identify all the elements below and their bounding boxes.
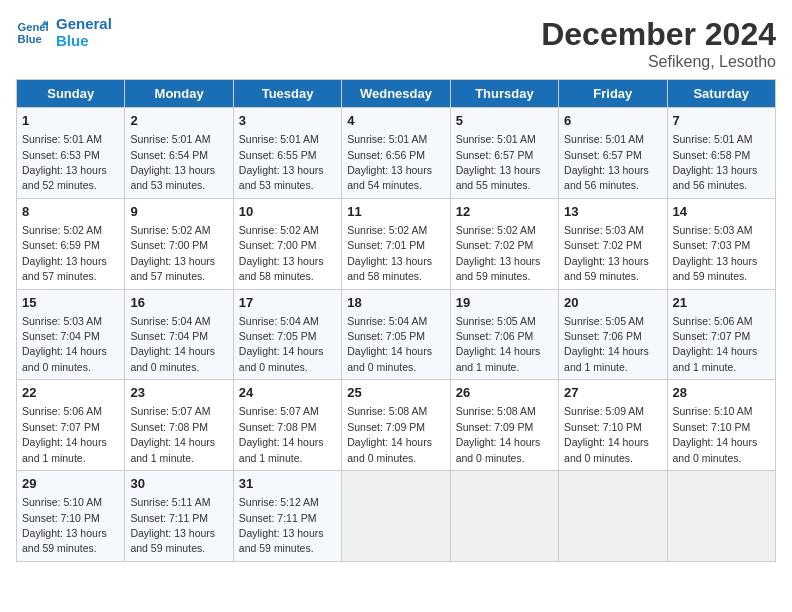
day-info: Sunrise: 5:07 AM Sunset: 7:08 PM Dayligh… (239, 405, 324, 463)
page-subtitle: Sefikeng, Lesotho (541, 53, 776, 71)
calendar-table: SundayMondayTuesdayWednesdayThursdayFrid… (16, 79, 776, 562)
day-info: Sunrise: 5:01 AM Sunset: 6:54 PM Dayligh… (130, 133, 215, 191)
calendar-cell: 29Sunrise: 5:10 AM Sunset: 7:10 PM Dayli… (17, 471, 125, 562)
day-info: Sunrise: 5:10 AM Sunset: 7:10 PM Dayligh… (22, 496, 107, 554)
day-info: Sunrise: 5:01 AM Sunset: 6:57 PM Dayligh… (456, 133, 541, 191)
day-number: 20 (564, 294, 661, 312)
day-number: 16 (130, 294, 227, 312)
day-number: 29 (22, 475, 119, 493)
calendar-cell (667, 471, 775, 562)
calendar-day-header: Wednesday (342, 80, 450, 108)
day-number: 4 (347, 112, 444, 130)
day-number: 27 (564, 384, 661, 402)
calendar-day-header: Monday (125, 80, 233, 108)
calendar-day-header: Thursday (450, 80, 558, 108)
day-number: 15 (22, 294, 119, 312)
calendar-cell: 1Sunrise: 5:01 AM Sunset: 6:53 PM Daylig… (17, 108, 125, 199)
calendar-cell: 7Sunrise: 5:01 AM Sunset: 6:58 PM Daylig… (667, 108, 775, 199)
calendar-cell: 15Sunrise: 5:03 AM Sunset: 7:04 PM Dayli… (17, 289, 125, 380)
day-info: Sunrise: 5:01 AM Sunset: 6:58 PM Dayligh… (673, 133, 758, 191)
calendar-cell: 20Sunrise: 5:05 AM Sunset: 7:06 PM Dayli… (559, 289, 667, 380)
calendar-day-header: Saturday (667, 80, 775, 108)
calendar-day-header: Tuesday (233, 80, 341, 108)
calendar-cell (559, 471, 667, 562)
calendar-cell: 30Sunrise: 5:11 AM Sunset: 7:11 PM Dayli… (125, 471, 233, 562)
calendar-cell: 17Sunrise: 5:04 AM Sunset: 7:05 PM Dayli… (233, 289, 341, 380)
day-info: Sunrise: 5:04 AM Sunset: 7:05 PM Dayligh… (239, 315, 324, 373)
day-info: Sunrise: 5:08 AM Sunset: 7:09 PM Dayligh… (456, 405, 541, 463)
day-info: Sunrise: 5:05 AM Sunset: 7:06 PM Dayligh… (456, 315, 541, 373)
day-number: 18 (347, 294, 444, 312)
day-info: Sunrise: 5:11 AM Sunset: 7:11 PM Dayligh… (130, 496, 215, 554)
calendar-week-row: 1Sunrise: 5:01 AM Sunset: 6:53 PM Daylig… (17, 108, 776, 199)
day-number: 8 (22, 203, 119, 221)
logo-line2: Blue (56, 33, 112, 50)
day-info: Sunrise: 5:01 AM Sunset: 6:57 PM Dayligh… (564, 133, 649, 191)
day-number: 26 (456, 384, 553, 402)
calendar-cell: 31Sunrise: 5:12 AM Sunset: 7:11 PM Dayli… (233, 471, 341, 562)
day-number: 21 (673, 294, 770, 312)
day-number: 5 (456, 112, 553, 130)
calendar-cell: 26Sunrise: 5:08 AM Sunset: 7:09 PM Dayli… (450, 380, 558, 471)
day-number: 10 (239, 203, 336, 221)
calendar-cell: 10Sunrise: 5:02 AM Sunset: 7:00 PM Dayli… (233, 198, 341, 289)
day-number: 13 (564, 203, 661, 221)
day-info: Sunrise: 5:12 AM Sunset: 7:11 PM Dayligh… (239, 496, 324, 554)
logo: General Blue General Blue (16, 16, 112, 49)
day-info: Sunrise: 5:02 AM Sunset: 7:00 PM Dayligh… (239, 224, 324, 282)
day-number: 6 (564, 112, 661, 130)
calendar-cell: 13Sunrise: 5:03 AM Sunset: 7:02 PM Dayli… (559, 198, 667, 289)
day-number: 2 (130, 112, 227, 130)
day-info: Sunrise: 5:04 AM Sunset: 7:05 PM Dayligh… (347, 315, 432, 373)
day-number: 31 (239, 475, 336, 493)
calendar-cell: 14Sunrise: 5:03 AM Sunset: 7:03 PM Dayli… (667, 198, 775, 289)
calendar-cell: 11Sunrise: 5:02 AM Sunset: 7:01 PM Dayli… (342, 198, 450, 289)
calendar-cell: 2Sunrise: 5:01 AM Sunset: 6:54 PM Daylig… (125, 108, 233, 199)
calendar-cell: 28Sunrise: 5:10 AM Sunset: 7:10 PM Dayli… (667, 380, 775, 471)
day-number: 14 (673, 203, 770, 221)
day-number: 1 (22, 112, 119, 130)
day-number: 22 (22, 384, 119, 402)
calendar-cell: 5Sunrise: 5:01 AM Sunset: 6:57 PM Daylig… (450, 108, 558, 199)
calendar-cell: 25Sunrise: 5:08 AM Sunset: 7:09 PM Dayli… (342, 380, 450, 471)
day-number: 19 (456, 294, 553, 312)
calendar-cell: 18Sunrise: 5:04 AM Sunset: 7:05 PM Dayli… (342, 289, 450, 380)
calendar-cell: 27Sunrise: 5:09 AM Sunset: 7:10 PM Dayli… (559, 380, 667, 471)
calendar-cell: 3Sunrise: 5:01 AM Sunset: 6:55 PM Daylig… (233, 108, 341, 199)
day-info: Sunrise: 5:02 AM Sunset: 6:59 PM Dayligh… (22, 224, 107, 282)
day-number: 30 (130, 475, 227, 493)
calendar-day-header: Sunday (17, 80, 125, 108)
calendar-cell: 19Sunrise: 5:05 AM Sunset: 7:06 PM Dayli… (450, 289, 558, 380)
calendar-cell: 21Sunrise: 5:06 AM Sunset: 7:07 PM Dayli… (667, 289, 775, 380)
day-info: Sunrise: 5:09 AM Sunset: 7:10 PM Dayligh… (564, 405, 649, 463)
day-number: 17 (239, 294, 336, 312)
day-number: 23 (130, 384, 227, 402)
header: General Blue General Blue December 2024 … (16, 16, 776, 71)
calendar-cell (342, 471, 450, 562)
day-info: Sunrise: 5:07 AM Sunset: 7:08 PM Dayligh… (130, 405, 215, 463)
day-number: 12 (456, 203, 553, 221)
day-info: Sunrise: 5:01 AM Sunset: 6:53 PM Dayligh… (22, 133, 107, 191)
calendar-week-row: 15Sunrise: 5:03 AM Sunset: 7:04 PM Dayli… (17, 289, 776, 380)
calendar-day-header: Friday (559, 80, 667, 108)
svg-text:Blue: Blue (18, 32, 42, 44)
day-info: Sunrise: 5:01 AM Sunset: 6:56 PM Dayligh… (347, 133, 432, 191)
day-info: Sunrise: 5:03 AM Sunset: 7:03 PM Dayligh… (673, 224, 758, 282)
calendar-cell: 9Sunrise: 5:02 AM Sunset: 7:00 PM Daylig… (125, 198, 233, 289)
logo-line1: General (56, 16, 112, 33)
day-number: 7 (673, 112, 770, 130)
calendar-week-row: 8Sunrise: 5:02 AM Sunset: 6:59 PM Daylig… (17, 198, 776, 289)
title-area: December 2024 Sefikeng, Lesotho (541, 16, 776, 71)
logo-icon: General Blue (16, 17, 48, 49)
day-number: 24 (239, 384, 336, 402)
day-info: Sunrise: 5:08 AM Sunset: 7:09 PM Dayligh… (347, 405, 432, 463)
day-info: Sunrise: 5:02 AM Sunset: 7:00 PM Dayligh… (130, 224, 215, 282)
day-info: Sunrise: 5:06 AM Sunset: 7:07 PM Dayligh… (22, 405, 107, 463)
calendar-cell: 4Sunrise: 5:01 AM Sunset: 6:56 PM Daylig… (342, 108, 450, 199)
day-info: Sunrise: 5:02 AM Sunset: 7:02 PM Dayligh… (456, 224, 541, 282)
day-info: Sunrise: 5:03 AM Sunset: 7:04 PM Dayligh… (22, 315, 107, 373)
day-number: 3 (239, 112, 336, 130)
day-info: Sunrise: 5:02 AM Sunset: 7:01 PM Dayligh… (347, 224, 432, 282)
day-number: 25 (347, 384, 444, 402)
calendar-cell: 12Sunrise: 5:02 AM Sunset: 7:02 PM Dayli… (450, 198, 558, 289)
